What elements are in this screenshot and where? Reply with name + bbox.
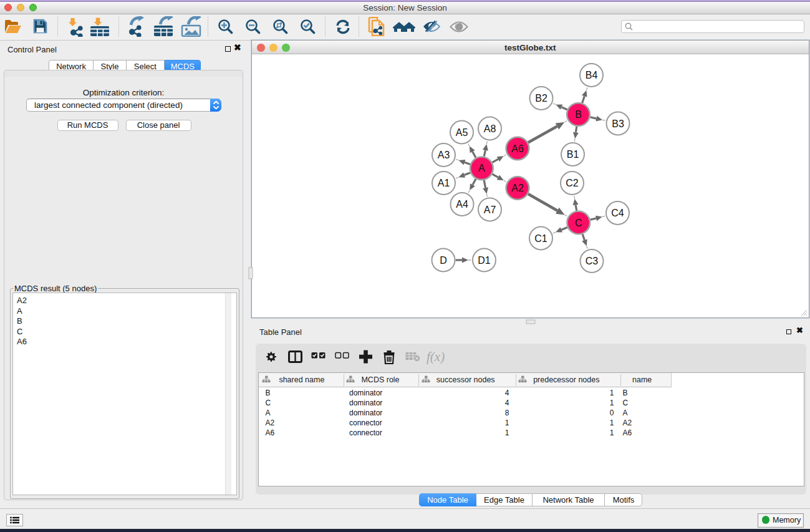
svg-text:C3: C3 — [585, 256, 598, 266]
svg-text:A: A — [478, 163, 485, 173]
svg-text:A1: A1 — [437, 178, 450, 188]
svg-text:C4: C4 — [611, 208, 624, 218]
svg-text:A5: A5 — [455, 127, 468, 137]
svg-text:C2: C2 — [566, 178, 579, 188]
svg-text:D1: D1 — [478, 254, 491, 265]
svg-text:A4: A4 — [456, 199, 468, 210]
svg-text:C: C — [575, 217, 582, 228]
svg-text:B: B — [575, 109, 582, 120]
svg-text:A7: A7 — [483, 204, 496, 215]
svg-text:A3: A3 — [437, 150, 450, 160]
svg-text:A6: A6 — [511, 143, 524, 153]
svg-text:B4: B4 — [585, 70, 597, 80]
svg-text:B3: B3 — [612, 118, 624, 128]
svg-text:A8: A8 — [483, 123, 496, 133]
svg-text:B1: B1 — [566, 149, 579, 160]
svg-text:D: D — [440, 254, 447, 265]
svg-text:B2: B2 — [535, 93, 547, 104]
svg-text:C1: C1 — [534, 233, 547, 243]
svg-text:A2: A2 — [511, 183, 524, 193]
